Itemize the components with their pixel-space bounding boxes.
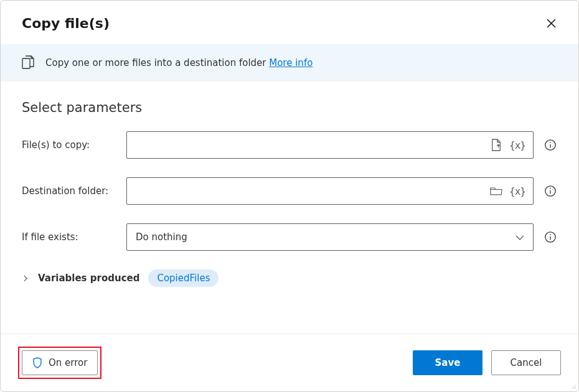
pick-folder-button[interactable] xyxy=(489,184,503,198)
dialog-body: Select parameters File(s) to copy: xyxy=(1,82,578,334)
shield-icon xyxy=(32,357,42,368)
folder-icon xyxy=(490,186,502,196)
param-row-if-exists: If file exists: Do nothing xyxy=(22,223,557,251)
info-icon xyxy=(544,185,557,197)
info-text: Copy one or more files into a destinatio… xyxy=(45,57,269,68)
cancel-button[interactable]: Cancel xyxy=(491,350,561,375)
on-error-label: On error xyxy=(49,357,87,368)
param-row-destination: Destination folder: {x} xyxy=(22,177,557,205)
close-button[interactable] xyxy=(541,13,561,33)
more-info-link[interactable]: More info xyxy=(269,57,313,68)
section-title: Select parameters xyxy=(22,100,557,115)
destination-input-icons: {x} xyxy=(489,184,529,198)
svg-point-11 xyxy=(550,234,551,235)
pick-file-button[interactable] xyxy=(489,138,503,152)
dialog-header: Copy file(s) xyxy=(1,1,578,44)
copy-files-icon xyxy=(22,55,35,70)
files-to-copy-input-box[interactable]: {x} xyxy=(126,131,534,159)
dialog-title: Copy file(s) xyxy=(22,16,110,31)
insert-variable-button[interactable]: {x} xyxy=(508,185,527,197)
destination-input[interactable] xyxy=(136,178,489,204)
if-exists-help-button[interactable] xyxy=(544,230,557,244)
destination-label: Destination folder: xyxy=(22,185,126,197)
variables-produced-row[interactable]: Variables produced CopiedFiles xyxy=(22,269,557,287)
svg-point-5 xyxy=(550,142,551,143)
destination-input-box[interactable]: {x} xyxy=(126,177,534,205)
save-button[interactable]: Save xyxy=(413,350,482,375)
files-to-copy-label: File(s) to copy: xyxy=(22,139,126,151)
if-exists-field: Do nothing xyxy=(126,223,557,251)
info-banner: Copy one or more files into a destinatio… xyxy=(1,44,578,82)
files-help-button[interactable] xyxy=(544,138,557,152)
footer-buttons: Save Cancel xyxy=(413,350,561,375)
svg-point-8 xyxy=(550,188,551,189)
close-icon xyxy=(546,18,557,29)
insert-variable-button[interactable]: {x} xyxy=(508,139,527,151)
variable-pill[interactable]: CopiedFiles xyxy=(148,269,219,287)
param-row-files: File(s) to copy: {x} xyxy=(22,131,557,159)
if-exists-select[interactable]: Do nothing xyxy=(126,223,534,251)
variables-produced-label: Variables produced xyxy=(38,273,139,284)
if-exists-label: If file exists: xyxy=(22,231,126,243)
cancel-label: Cancel xyxy=(511,357,542,368)
if-exists-value: Do nothing xyxy=(136,231,511,243)
destination-field: {x} xyxy=(126,177,557,205)
info-text-wrap: Copy one or more files into a destinatio… xyxy=(45,57,313,68)
info-icon xyxy=(544,231,557,243)
destination-help-button[interactable] xyxy=(544,184,557,198)
save-label: Save xyxy=(435,357,461,368)
resize-grip[interactable] xyxy=(568,381,576,389)
svg-rect-2 xyxy=(22,58,30,68)
chevron-down-icon xyxy=(511,231,529,243)
dialog-footer: On error Save Cancel xyxy=(1,334,578,391)
chevron-right-icon xyxy=(22,274,29,282)
copy-files-dialog: Copy file(s) Copy one or more files into… xyxy=(0,0,579,392)
files-to-copy-field: {x} xyxy=(126,131,557,159)
files-to-copy-input[interactable] xyxy=(136,132,489,158)
file-picker-icon xyxy=(491,139,502,151)
files-input-icons: {x} xyxy=(489,138,529,152)
on-error-button[interactable]: On error xyxy=(22,350,98,375)
info-icon xyxy=(544,139,557,151)
on-error-highlight: On error xyxy=(18,347,101,379)
